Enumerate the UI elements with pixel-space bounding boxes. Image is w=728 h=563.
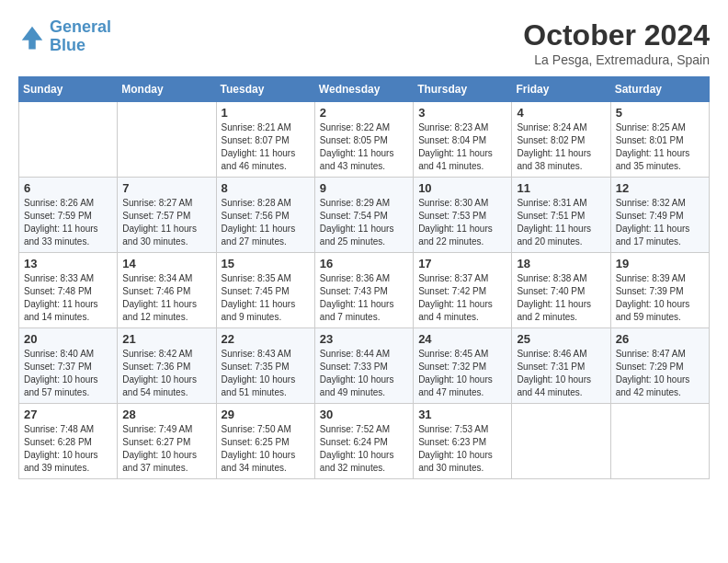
day-info: Sunrise: 8:47 AMSunset: 7:29 PMDaylight:…	[616, 348, 704, 399]
weekday-header-cell: Tuesday	[216, 77, 314, 102]
calendar-cell: 6Sunrise: 8:26 AMSunset: 7:59 PMDaylight…	[19, 178, 118, 253]
calendar-cell: 3Sunrise: 8:23 AMSunset: 8:04 PMDaylight…	[414, 102, 512, 178]
calendar-cell: 23Sunrise: 8:44 AMSunset: 7:33 PMDayligh…	[314, 328, 413, 404]
day-info: Sunrise: 8:32 AMSunset: 7:49 PMDaylight:…	[616, 197, 704, 248]
day-number: 7	[122, 181, 210, 195]
calendar-cell: 16Sunrise: 8:36 AMSunset: 7:43 PMDayligh…	[314, 253, 413, 328]
calendar-cell: 25Sunrise: 8:46 AMSunset: 7:31 PMDayligh…	[512, 328, 610, 404]
day-number: 19	[616, 257, 704, 270]
title-block: October 2024 La Pesga, Extremadura, Spai…	[523, 18, 710, 67]
calendar-cell	[118, 102, 216, 178]
logo-line1: General	[50, 17, 111, 36]
day-number: 24	[418, 332, 506, 346]
calendar-cell: 5Sunrise: 8:25 AMSunset: 8:01 PMDaylight…	[610, 102, 709, 178]
calendar-cell: 21Sunrise: 8:42 AMSunset: 7:36 PMDayligh…	[118, 328, 216, 404]
calendar-cell: 14Sunrise: 8:34 AMSunset: 7:46 PMDayligh…	[118, 253, 216, 328]
location-subtitle: La Pesga, Extremadura, Spain	[523, 52, 710, 67]
day-number: 30	[320, 408, 408, 421]
day-info: Sunrise: 8:44 AMSunset: 7:33 PMDaylight:…	[320, 348, 408, 399]
weekday-header-cell: Thursday	[414, 77, 512, 102]
calendar-cell: 20Sunrise: 8:40 AMSunset: 7:37 PMDayligh…	[19, 328, 118, 404]
day-info: Sunrise: 8:30 AMSunset: 7:53 PMDaylight:…	[418, 197, 506, 248]
calendar-cell: 15Sunrise: 8:35 AMSunset: 7:45 PMDayligh…	[216, 253, 314, 328]
weekday-header-cell: Sunday	[19, 77, 118, 102]
calendar-cell: 2Sunrise: 8:22 AMSunset: 8:05 PMDaylight…	[314, 102, 413, 178]
day-number: 28	[122, 408, 210, 421]
page-header: General Blue October 2024 La Pesga, Extr…	[18, 18, 710, 67]
day-info: Sunrise: 8:24 AMSunset: 8:02 PMDaylight:…	[517, 121, 605, 173]
calendar-cell: 26Sunrise: 8:47 AMSunset: 7:29 PMDayligh…	[610, 328, 709, 404]
calendar-cell: 13Sunrise: 8:33 AMSunset: 7:48 PMDayligh…	[19, 253, 118, 328]
day-number: 31	[418, 408, 506, 421]
calendar-cell: 11Sunrise: 8:31 AMSunset: 7:51 PMDayligh…	[512, 178, 610, 253]
calendar-cell: 30Sunrise: 7:52 AMSunset: 6:24 PMDayligh…	[314, 404, 413, 479]
day-number: 23	[320, 332, 408, 346]
day-number: 20	[24, 332, 112, 346]
day-number: 17	[418, 257, 506, 270]
day-number: 13	[24, 257, 112, 270]
day-number: 2	[320, 106, 408, 120]
day-info: Sunrise: 8:36 AMSunset: 7:43 PMDaylight:…	[320, 272, 408, 324]
calendar-cell: 12Sunrise: 8:32 AMSunset: 7:49 PMDayligh…	[610, 178, 709, 253]
calendar-cell: 17Sunrise: 8:37 AMSunset: 7:42 PMDayligh…	[414, 253, 512, 328]
weekday-header-cell: Saturday	[610, 77, 709, 102]
calendar-cell	[610, 404, 709, 479]
day-info: Sunrise: 8:46 AMSunset: 7:31 PMDaylight:…	[517, 348, 605, 399]
day-info: Sunrise: 7:53 AMSunset: 6:23 PMDaylight:…	[418, 423, 506, 475]
day-info: Sunrise: 8:27 AMSunset: 7:57 PMDaylight:…	[122, 197, 210, 248]
day-info: Sunrise: 8:34 AMSunset: 7:46 PMDaylight:…	[122, 272, 210, 324]
weekday-header-row: SundayMondayTuesdayWednesdayThursdayFrid…	[19, 77, 710, 102]
day-info: Sunrise: 8:26 AMSunset: 7:59 PMDaylight:…	[24, 197, 112, 248]
logo: General Blue	[18, 18, 111, 55]
day-info: Sunrise: 8:43 AMSunset: 7:35 PMDaylight:…	[222, 348, 310, 399]
day-number: 25	[517, 332, 605, 346]
day-number: 22	[222, 332, 310, 346]
month-title: October 2024	[523, 18, 710, 52]
calendar-cell	[512, 404, 610, 479]
day-number: 12	[616, 181, 704, 195]
calendar-week-row: 20Sunrise: 8:40 AMSunset: 7:37 PMDayligh…	[19, 328, 710, 404]
day-number: 27	[24, 408, 112, 421]
day-number: 26	[616, 332, 704, 346]
calendar-body: 1Sunrise: 8:21 AMSunset: 8:07 PMDaylight…	[19, 102, 710, 479]
calendar-week-row: 13Sunrise: 8:33 AMSunset: 7:48 PMDayligh…	[19, 253, 710, 328]
day-number: 6	[24, 181, 112, 195]
day-number: 5	[616, 106, 704, 120]
day-info: Sunrise: 7:48 AMSunset: 6:28 PMDaylight:…	[24, 423, 112, 475]
day-number: 16	[320, 257, 408, 270]
calendar-cell: 4Sunrise: 8:24 AMSunset: 8:02 PMDaylight…	[512, 102, 610, 178]
calendar-cell: 31Sunrise: 7:53 AMSunset: 6:23 PMDayligh…	[414, 404, 512, 479]
day-info: Sunrise: 8:31 AMSunset: 7:51 PMDaylight:…	[517, 197, 605, 248]
logo-icon	[18, 23, 46, 51]
day-number: 9	[320, 181, 408, 195]
day-number: 4	[517, 106, 605, 120]
calendar-cell: 9Sunrise: 8:29 AMSunset: 7:54 PMDaylight…	[314, 178, 413, 253]
calendar-cell: 22Sunrise: 8:43 AMSunset: 7:35 PMDayligh…	[216, 328, 314, 404]
calendar-cell	[19, 102, 118, 178]
calendar-cell: 28Sunrise: 7:49 AMSunset: 6:27 PMDayligh…	[118, 404, 216, 479]
day-info: Sunrise: 8:39 AMSunset: 7:39 PMDaylight:…	[616, 272, 704, 324]
day-number: 18	[517, 257, 605, 270]
day-info: Sunrise: 8:33 AMSunset: 7:48 PMDaylight:…	[24, 272, 112, 324]
day-number: 1	[222, 106, 310, 120]
calendar-cell: 24Sunrise: 8:45 AMSunset: 7:32 PMDayligh…	[414, 328, 512, 404]
logo-text: General Blue	[50, 18, 111, 55]
day-info: Sunrise: 8:40 AMSunset: 7:37 PMDaylight:…	[24, 348, 112, 399]
calendar-cell: 27Sunrise: 7:48 AMSunset: 6:28 PMDayligh…	[19, 404, 118, 479]
day-info: Sunrise: 8:35 AMSunset: 7:45 PMDaylight:…	[222, 272, 310, 324]
day-number: 29	[222, 408, 310, 421]
day-info: Sunrise: 8:23 AMSunset: 8:04 PMDaylight:…	[418, 121, 506, 173]
calendar-week-row: 6Sunrise: 8:26 AMSunset: 7:59 PMDaylight…	[19, 178, 710, 253]
day-info: Sunrise: 8:25 AMSunset: 8:01 PMDaylight:…	[616, 121, 704, 173]
day-number: 10	[418, 181, 506, 195]
day-info: Sunrise: 7:50 AMSunset: 6:25 PMDaylight:…	[222, 423, 310, 475]
day-info: Sunrise: 8:45 AMSunset: 7:32 PMDaylight:…	[418, 348, 506, 399]
day-info: Sunrise: 8:37 AMSunset: 7:42 PMDaylight:…	[418, 272, 506, 324]
day-info: Sunrise: 7:52 AMSunset: 6:24 PMDaylight:…	[320, 423, 408, 475]
weekday-header-cell: Wednesday	[314, 77, 413, 102]
day-info: Sunrise: 8:28 AMSunset: 7:56 PMDaylight:…	[222, 197, 310, 248]
calendar-cell: 1Sunrise: 8:21 AMSunset: 8:07 PMDaylight…	[216, 102, 314, 178]
calendar-week-row: 27Sunrise: 7:48 AMSunset: 6:28 PMDayligh…	[19, 404, 710, 479]
calendar-cell: 7Sunrise: 8:27 AMSunset: 7:57 PMDaylight…	[118, 178, 216, 253]
day-number: 15	[222, 257, 310, 270]
